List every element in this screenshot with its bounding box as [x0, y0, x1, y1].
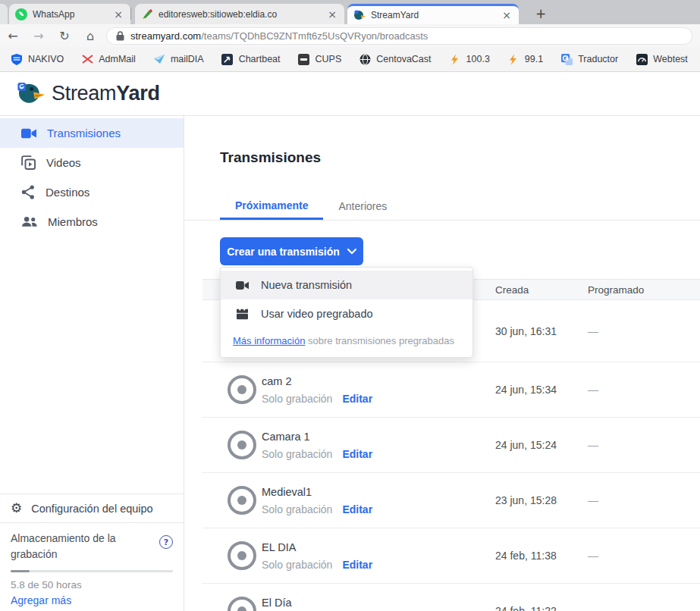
tab-whatsapp[interactable]: WhatsApp × — [9, 4, 130, 24]
mail-x-icon — [81, 53, 93, 65]
broadcast-name: cam 2 — [262, 375, 372, 387]
sidebar-item-label: Miembros — [48, 215, 98, 228]
back-icon[interactable]: ← — [0, 29, 26, 43]
table-row: El Día Solo grabaciónEditar 24 feb, 11:2… — [202, 584, 700, 611]
close-icon[interactable]: × — [501, 10, 513, 20]
partial-tab[interactable] — [0, 4, 8, 24]
create-broadcast-label: Crear una transmisión — [227, 246, 340, 258]
learn-more-link[interactable]: Más información — [233, 335, 305, 346]
reload-icon[interactable]: ↻ — [52, 29, 77, 43]
edit-link[interactable]: Editar — [342, 393, 372, 405]
row-created: 30 jun, 16:31 — [495, 300, 557, 362]
edit-link[interactable]: Editar — [342, 448, 372, 460]
bookmark-maildia[interactable]: mailDIA — [153, 53, 204, 65]
broadcast-name: EL DIA — [262, 541, 372, 553]
tab-editoresweb[interactable]: editoresweb:sitioweb:eldia.co × — [135, 4, 344, 24]
menu-item-usar-video-pregrabado[interactable]: Usar video pregrabado — [221, 299, 472, 328]
sidebar-item-miembros[interactable]: Miembros — [0, 207, 184, 237]
bookmark-99-1[interactable]: 99.1 — [507, 53, 543, 65]
edit-link[interactable]: Editar — [342, 503, 372, 515]
streamyard-favicon — [353, 9, 366, 21]
tab-streamyard[interactable]: StreamYard × — [347, 4, 519, 24]
close-icon[interactable]: × — [112, 9, 124, 20]
bookmark-nakivo[interactable]: NAKIVO — [11, 53, 64, 65]
bookmark-traductor[interactable]: Traductor — [560, 53, 618, 65]
broadcast-name: Camara 1 — [262, 431, 372, 443]
close-icon[interactable]: × — [326, 9, 338, 20]
bookmark-label: mailDIA — [171, 54, 204, 64]
bookmark-label: Webtest — [653, 54, 688, 64]
people-icon — [21, 216, 37, 227]
bolt-icon — [449, 53, 461, 65]
bookmark-admmail[interactable]: AdmMail — [81, 53, 136, 65]
bookmark-label: NAKIVO — [28, 54, 64, 64]
row-scheduled: — — [588, 473, 598, 528]
bookmark-webtest[interactable]: Webtest — [636, 53, 688, 65]
tab-title: WhatsApp — [33, 9, 107, 20]
tab-title: StreamYard — [371, 10, 495, 20]
address-bar[interactable]: streamyard.com/teams/TQDhBC9ZNTmft6z5UsQ… — [106, 27, 692, 45]
share-icon — [21, 185, 35, 199]
help-icon[interactable]: ? — [159, 535, 173, 549]
sidebar-item-destinos[interactable]: Destinos — [0, 177, 184, 207]
add-more-link[interactable]: Agregar más — [11, 594, 173, 606]
menu-item-nueva-transmision[interactable]: Nueva transmisión — [221, 271, 472, 299]
main-content: Transmisiones Próximamente Anteriores Cr… — [184, 116, 700, 611]
gear-icon: ⚙ — [11, 502, 22, 515]
home-icon[interactable]: ⌂ — [77, 29, 103, 43]
sidebar-footer: ⚙ Configuración del equipo Almacenamient… — [0, 494, 184, 611]
page-title: Transmisiones — [220, 149, 321, 166]
bolt-icon — [507, 53, 520, 65]
gauge-icon — [636, 53, 648, 65]
forward-icon[interactable]: → — [26, 29, 52, 43]
tab-title: editoresweb:sitioweb:eldia.co — [159, 9, 321, 20]
row-scheduled: — — [588, 418, 598, 472]
record-icon — [228, 486, 256, 515]
column-header-scheduled: Programado — [588, 280, 644, 299]
chevron-down-icon — [347, 249, 356, 255]
video-camera-icon — [236, 280, 249, 290]
table-row: cam 2 Solo grabaciónEditar 24 jun, 15:34… — [202, 362, 700, 418]
broadcast-name: Medieval1 — [262, 486, 372, 498]
team-settings-button[interactable]: ⚙ Configuración del equipo — [0, 494, 184, 522]
tab-proximamente[interactable]: Próximamente — [220, 193, 323, 220]
bookmark-100-3[interactable]: 100.3 — [449, 53, 490, 65]
table-row: Camara 1 Solo grabaciónEditar 24 jun, 15… — [202, 418, 700, 473]
broadcast-name: El Día — [262, 597, 372, 609]
menu-item-label: Usar video pregrabado — [261, 308, 373, 320]
row-scheduled: — — [588, 362, 598, 417]
bookmarks-bar: NAKIVO AdmMail mailDIA Chartbeat CUPS Ce… — [0, 47, 700, 72]
record-icon — [228, 375, 256, 404]
edit-link[interactable]: Editar — [342, 559, 372, 571]
new-tab-button[interactable]: + — [531, 5, 551, 23]
video-library-icon — [21, 155, 36, 170]
broadcast-subtitle: Solo grabación — [262, 559, 332, 571]
broadcast-subtitle: Solo grabación — [262, 393, 332, 405]
url-domain: streamyard.com — [130, 30, 201, 42]
row-scheduled: — — [588, 584, 598, 611]
sidebar-item-videos[interactable]: Videos — [0, 148, 184, 177]
bookmark-chartbeat[interactable]: Chartbeat — [221, 53, 281, 65]
sidebar-item-label: Transmisiones — [47, 127, 121, 139]
storage-label: Almacenamiento de la grabación — [11, 531, 141, 562]
sidebar-nav: Transmisiones Videos Destinos Miembros — [0, 116, 184, 237]
record-icon — [228, 597, 256, 611]
bookmark-label: CUPS — [315, 54, 342, 64]
browser-toolbar: ← → ↻ ⌂ streamyard.com/teams/TQDhBC9ZNTm… — [0, 24, 700, 47]
row-created: 24 jun, 15:24 — [495, 418, 557, 472]
record-icon — [228, 431, 256, 459]
storage-usage: 5.8 de 50 horas — [11, 579, 173, 591]
bookmark-centovacast[interactable]: CentovaCast — [359, 53, 431, 65]
sidebar-item-transmisiones[interactable]: Transmisiones — [0, 118, 184, 148]
row-scheduled: — — [588, 300, 598, 362]
storage-progress-bar — [11, 570, 173, 572]
clapperboard-icon — [236, 309, 249, 320]
row-created: 23 jun, 15:28 — [495, 473, 557, 528]
whatsapp-icon — [15, 8, 27, 20]
tab-separator — [130, 8, 131, 20]
tab-anteriores[interactable]: Anteriores — [323, 193, 402, 220]
bookmark-cups[interactable]: CUPS — [298, 53, 342, 65]
storage-progress-fill — [11, 570, 30, 572]
app-logo-text: StreamYard — [52, 82, 160, 105]
create-broadcast-button[interactable]: Crear una transmisión — [220, 237, 363, 265]
